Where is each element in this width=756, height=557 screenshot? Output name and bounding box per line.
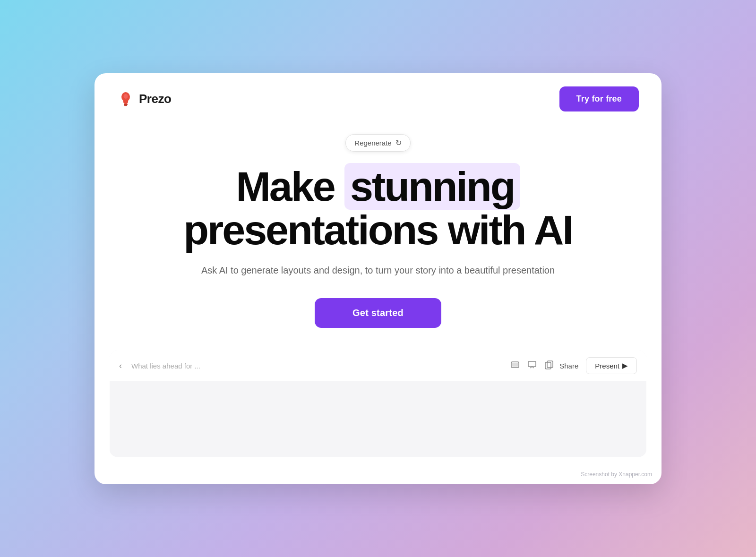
toolbar-right: Share Present ▶ xyxy=(559,357,637,374)
hero-title-line2: presentations with AI xyxy=(183,206,573,253)
watermark: Screenshot by Xnapper.com xyxy=(581,471,652,478)
share-button[interactable]: Share xyxy=(559,362,578,370)
editor-title[interactable]: What lies ahead for ... xyxy=(131,362,505,370)
svg-rect-2 xyxy=(124,105,127,106)
regenerate-label: Regenerate xyxy=(354,139,391,147)
svg-rect-7 xyxy=(547,361,553,368)
navbar: Prezo Try for free xyxy=(94,73,662,125)
editor-content-area xyxy=(110,381,646,457)
hero-title-highlighted: stunning xyxy=(344,163,520,210)
regenerate-icon: ↻ xyxy=(395,138,402,147)
regenerate-badge[interactable]: Regenerate ↻ xyxy=(345,134,410,152)
svg-rect-6 xyxy=(528,361,536,367)
logo-text: Prezo xyxy=(139,92,171,106)
editor-preview: ‹ What lies ahead for ... xyxy=(110,351,646,457)
try-free-button[interactable]: Try for free xyxy=(559,86,639,111)
main-card: Prezo Try for free Regenerate ↻ Make stu… xyxy=(94,73,662,484)
copy-icon[interactable] xyxy=(544,360,554,372)
svg-rect-1 xyxy=(124,104,128,105)
back-icon[interactable]: ‹ xyxy=(119,361,122,371)
logo-icon xyxy=(117,90,134,107)
hero-title-line1: Make stunning xyxy=(236,163,520,210)
slides-icon[interactable] xyxy=(510,360,520,372)
get-started-button[interactable]: Get started xyxy=(315,298,441,328)
present-button[interactable]: Present ▶ xyxy=(586,357,637,374)
svg-point-3 xyxy=(124,94,128,99)
play-icon: ▶ xyxy=(622,361,628,370)
svg-rect-8 xyxy=(545,362,551,369)
hero-section: Regenerate ↻ Make stunning presentations… xyxy=(94,125,662,484)
comment-icon[interactable] xyxy=(527,360,537,372)
svg-rect-5 xyxy=(512,363,518,367)
hero-title: Make stunning presentations with AI xyxy=(183,165,573,252)
toolbar-icons xyxy=(510,360,554,372)
editor-toolbar: ‹ What lies ahead for ... xyxy=(110,351,646,381)
hero-subtitle: Ask AI to generate layouts and design, t… xyxy=(201,263,555,277)
logo-area: Prezo xyxy=(117,90,171,107)
